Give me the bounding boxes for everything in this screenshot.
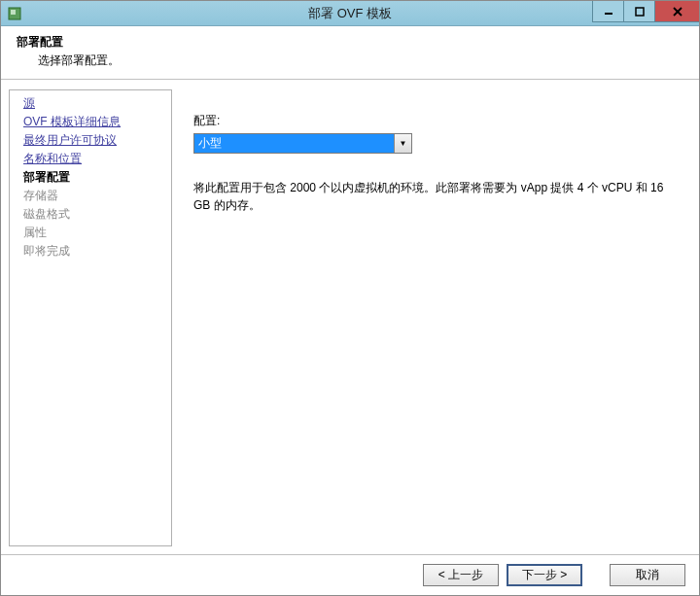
minimize-button[interactable] (592, 1, 623, 22)
chevron-down-icon: ▼ (394, 134, 411, 153)
sidebar-item-storage: 存储器 (12, 187, 169, 205)
sidebar-item-ovf-details[interactable]: OVF 模板详细信息 (12, 113, 169, 131)
sidebar-item-deploy-config[interactable]: 部署配置 (12, 168, 169, 187)
svg-rect-1 (11, 10, 16, 15)
next-button[interactable]: 下一步 > (507, 564, 582, 586)
wizard-footer: < 上一步 下一步 > 取消 (1, 554, 699, 595)
page-title: 部署配置 (17, 34, 683, 51)
window-title: 部署 OVF 模板 (308, 5, 392, 22)
cancel-button[interactable]: 取消 (610, 564, 685, 586)
config-label: 配置: (193, 113, 674, 129)
sidebar-item-disk-format: 磁盘格式 (12, 205, 169, 224)
dialog-window: 部署 OVF 模板 部署配置 选择部署配置。 源 OVF 模板详细信息 最终用户… (0, 0, 700, 596)
config-description: 将此配置用于包含 2000 个以内虚拟机的环境。此部署将需要为 vApp 提供 … (193, 179, 674, 214)
sidebar-item-ready-complete: 即将完成 (12, 242, 169, 261)
sidebar-item-name-location[interactable]: 名称和位置 (12, 150, 169, 168)
sidebar-item-eula[interactable]: 最终用户许可协议 (12, 131, 169, 150)
wizard-header: 部署配置 选择部署配置。 (1, 26, 699, 80)
steps-sidebar: 源 OVF 模板详细信息 最终用户许可协议 名称和位置 部署配置 存储器 磁盘格… (9, 89, 172, 546)
wizard-body: 源 OVF 模板详细信息 最终用户许可协议 名称和位置 部署配置 存储器 磁盘格… (1, 80, 699, 554)
window-controls (592, 1, 699, 22)
svg-rect-3 (636, 8, 644, 16)
config-dropdown[interactable]: 小型 ▼ (193, 133, 412, 154)
close-button[interactable] (654, 1, 699, 22)
content-pane: 配置: 小型 ▼ 将此配置用于包含 2000 个以内虚拟机的环境。此部署将需要为… (172, 89, 691, 546)
page-subtitle: 选择部署配置。 (38, 53, 683, 69)
config-dropdown-value: 小型 (194, 135, 394, 152)
sidebar-item-properties: 属性 (12, 224, 169, 242)
back-button[interactable]: < 上一步 (423, 564, 499, 586)
maximize-button[interactable] (623, 1, 654, 22)
titlebar: 部署 OVF 模板 (1, 1, 699, 26)
app-icon (7, 6, 22, 21)
sidebar-item-source[interactable]: 源 (12, 94, 169, 113)
